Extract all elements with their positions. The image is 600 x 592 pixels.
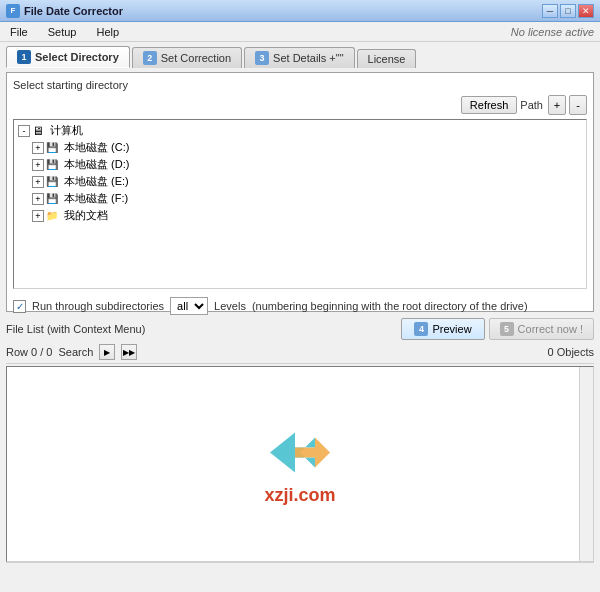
levels-note: (numbering beginning with the root direc… <box>252 300 528 312</box>
file-list-toolbar: Row 0 / 0 Search ▶ ▶▶ 0 Objects <box>6 344 594 364</box>
minimize-button[interactable]: ─ <box>542 4 558 18</box>
fast-forward-button[interactable]: ▶▶ <box>121 344 137 360</box>
title-bar: F File Date Corrector ─ □ ✕ <box>0 0 600 22</box>
refresh-button[interactable]: Refresh <box>461 96 518 114</box>
tree-label-drive-d: 本地磁盘 (D:) <box>64 157 129 172</box>
drive-f-icon <box>46 192 62 206</box>
play-button[interactable]: ▶ <box>99 344 115 360</box>
levels-label: Levels <box>214 300 246 312</box>
app-icon: F <box>6 4 20 18</box>
preview-label: Preview <box>432 323 471 335</box>
restore-button[interactable]: □ <box>560 4 576 18</box>
tree-label-drive-c: 本地磁盘 (C:) <box>64 140 129 155</box>
preview-num: 4 <box>414 322 428 336</box>
expand-drive-e[interactable]: + <box>32 176 44 188</box>
tree-item-computer[interactable]: - 计算机 <box>16 122 584 139</box>
window-title: File Date Corrector <box>24 5 123 17</box>
row-info: Row 0 / 0 <box>6 346 52 358</box>
subdirectory-row: ✓ Run through subdirectories all 1 2 3 L… <box>13 295 587 317</box>
path-label: Path <box>520 99 543 111</box>
file-list-section: File List (with Context Menu) 4 Preview … <box>6 318 594 576</box>
watermark: xzji.com <box>260 423 340 506</box>
tree-item-mydocs[interactable]: + 我的文档 <box>16 207 584 224</box>
tab-set-correction[interactable]: 2 Set Correction <box>132 47 242 68</box>
menu-bar: File Setup Help No license active <box>0 22 600 42</box>
folder-icon <box>46 209 62 223</box>
tab3-label: Set Details +"" <box>273 52 343 64</box>
tab2-label: Set Correction <box>161 52 231 64</box>
main-content: 1 Select Directory 2 Set Correction 3 Se… <box>0 42 600 592</box>
expand-mydocs[interactable]: + <box>32 210 44 222</box>
add-path-button[interactable]: + <box>548 95 566 115</box>
drive-e-icon <box>46 175 62 189</box>
directory-header: Select starting directory <box>13 79 587 91</box>
title-bar-left: F File Date Corrector <box>6 4 123 18</box>
tree-label-mydocs: 我的文档 <box>64 208 108 223</box>
file-list-header: File List (with Context Menu) 4 Preview … <box>6 318 594 340</box>
file-list-title: File List (with Context Menu) <box>6 323 145 335</box>
tab2-num: 2 <box>143 51 157 65</box>
horizontal-scrollbar[interactable] <box>6 562 594 576</box>
drive-d-icon <box>46 158 62 172</box>
tab-set-details[interactable]: 3 Set Details +"" <box>244 47 354 68</box>
search-label: Search <box>58 346 93 358</box>
expand-computer[interactable]: - <box>18 125 30 137</box>
tree-label-drive-f: 本地磁盘 (F:) <box>64 191 128 206</box>
tab-license[interactable]: License <box>357 49 417 68</box>
tab1-label: Select Directory <box>35 51 119 63</box>
watermark-text: xzji.com <box>264 485 335 506</box>
correct-label: Correct now ! <box>518 323 583 335</box>
vertical-scrollbar[interactable] <box>579 367 593 561</box>
tab3-num: 3 <box>255 51 269 65</box>
objects-count: 0 Objects <box>548 346 594 358</box>
correct-now-button[interactable]: 5 Correct now ! <box>489 318 594 340</box>
watermark-logo-svg <box>260 423 340 483</box>
tree-item-drive-f[interactable]: + 本地磁盘 (F:) <box>16 190 584 207</box>
tab1-num: 1 <box>17 50 31 64</box>
tab4-label: License <box>368 53 406 65</box>
close-button[interactable]: ✕ <box>578 4 594 18</box>
menu-help[interactable]: Help <box>92 24 123 40</box>
tab-bar: 1 Select Directory 2 Set Correction 3 Se… <box>6 46 594 68</box>
correct-num: 5 <box>500 322 514 336</box>
file-list-body: xzji.com <box>6 366 594 562</box>
tree-label-drive-e: 本地磁盘 (E:) <box>64 174 129 189</box>
expand-drive-d[interactable]: + <box>32 159 44 171</box>
tree-item-drive-e[interactable]: + 本地磁盘 (E:) <box>16 173 584 190</box>
menu-file[interactable]: File <box>6 24 32 40</box>
license-status: No license active <box>511 26 594 38</box>
tree-item-drive-c[interactable]: + 本地磁盘 (C:) <box>16 139 584 156</box>
computer-icon <box>32 124 48 138</box>
drive-c-icon <box>46 141 62 155</box>
expand-drive-f[interactable]: + <box>32 193 44 205</box>
file-list-actions: 4 Preview 5 Correct now ! <box>401 318 594 340</box>
directory-panel: Select starting directory Refresh Path +… <box>6 72 594 312</box>
expand-drive-c[interactable]: + <box>32 142 44 154</box>
title-controls: ─ □ ✕ <box>542 4 594 18</box>
tab-select-directory[interactable]: 1 Select Directory <box>6 46 130 68</box>
remove-path-button[interactable]: - <box>569 95 587 115</box>
tree-label-computer: 计算机 <box>50 123 83 138</box>
preview-button[interactable]: 4 Preview <box>401 318 484 340</box>
levels-select[interactable]: all 1 2 3 <box>170 297 208 315</box>
directory-toolbar: Refresh Path + - <box>13 95 587 115</box>
subdirectory-label: Run through subdirectories <box>32 300 164 312</box>
tree-item-drive-d[interactable]: + 本地磁盘 (D:) <box>16 156 584 173</box>
menu-setup[interactable]: Setup <box>44 24 81 40</box>
directory-tree[interactable]: - 计算机 + 本地磁盘 (C:) + 本地磁盘 (D:) + 本地磁盘 (E:… <box>13 119 587 289</box>
subdirectory-checkbox[interactable]: ✓ <box>13 300 26 313</box>
